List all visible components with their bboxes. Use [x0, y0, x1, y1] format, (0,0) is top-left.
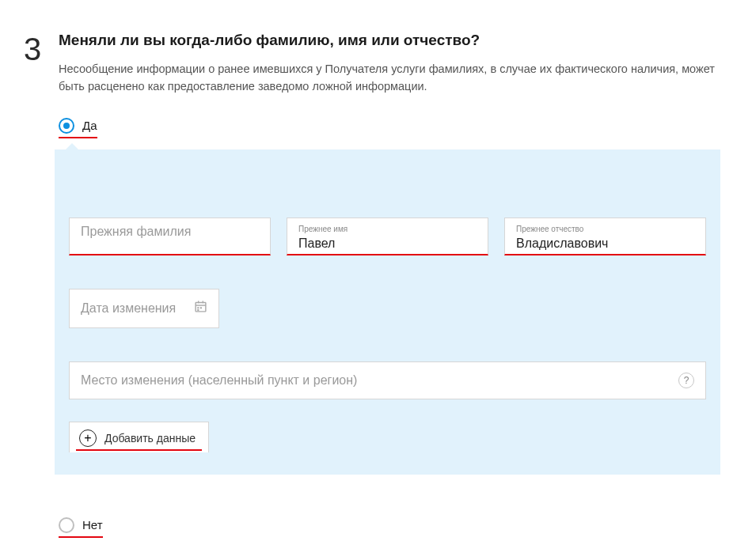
radio-icon-selected	[59, 118, 74, 134]
change-date-field[interactable]: Дата изменения	[69, 289, 219, 328]
previous-patronymic-value: Владиславович	[516, 236, 608, 250]
question-description: Несообщение информации о ранее имевшихся…	[59, 60, 720, 96]
previous-name-label: Прежнее имя	[298, 225, 477, 233]
add-data-label: Добавить данные	[104, 432, 196, 445]
radio-option-yes[interactable]: Да	[59, 118, 97, 138]
change-place-placeholder: Место изменения (населенный пункт и реги…	[81, 373, 357, 388]
calendar-icon	[194, 300, 207, 317]
change-place-field[interactable]: Место изменения (населенный пункт и реги…	[69, 361, 706, 399]
previous-name-field[interactable]: Прежнее имя Павел	[287, 218, 488, 255]
question-title: Меняли ли вы когда-либо фамилию, имя или…	[59, 32, 720, 49]
plus-icon: +	[79, 429, 97, 447]
help-icon[interactable]: ?	[678, 373, 694, 388]
radio-yes-label: Да	[82, 119, 97, 132]
svg-rect-5	[200, 307, 202, 308]
svg-rect-6	[197, 309, 199, 311]
add-data-button[interactable]: + Добавить данные	[69, 422, 209, 452]
radio-no-label: Нет	[82, 518, 103, 532]
previous-patronymic-field[interactable]: Прежнее отчество Владиславович	[504, 218, 706, 255]
previous-surname-placeholder: Прежняя фамилия	[81, 225, 191, 238]
step-number: 3	[24, 32, 59, 65]
previous-name-value: Павел	[298, 236, 335, 250]
svg-rect-4	[197, 307, 199, 308]
radio-option-no[interactable]: Нет	[59, 517, 103, 538]
previous-patronymic-label: Прежнее отчество	[516, 225, 694, 233]
svg-rect-0	[196, 302, 206, 311]
previous-name-panel: Прежняя фамилия Прежнее имя Павел Прежне…	[55, 149, 720, 475]
previous-surname-field[interactable]: Прежняя фамилия	[69, 218, 271, 255]
radio-icon-unselected	[59, 517, 74, 533]
change-date-placeholder: Дата изменения	[81, 301, 176, 316]
